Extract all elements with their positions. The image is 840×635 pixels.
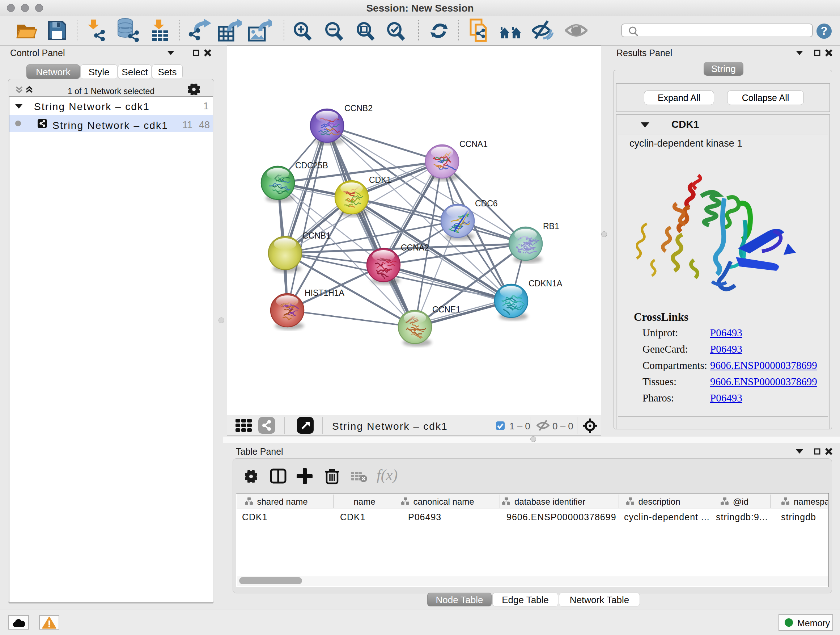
svg-text:CDC25B: CDC25B (295, 161, 328, 170)
svg-text:CCNB2: CCNB2 (344, 103, 373, 113)
svg-text:HIST1H1A: HIST1H1A (305, 288, 345, 298)
svg-text:CCNA2: CCNA2 (401, 243, 429, 252)
svg-text:CDC6: CDC6 (475, 199, 498, 208)
svg-text:RB1: RB1 (543, 222, 559, 231)
svg-text:CDK1: CDK1 (369, 175, 391, 185)
svg-text:CCNA1: CCNA1 (459, 139, 488, 149)
svg-text:CDKN1A: CDKN1A (529, 279, 562, 288)
svg-text:CCNB1: CCNB1 (302, 231, 331, 241)
svg-text:CCNE1: CCNE1 (432, 305, 461, 314)
